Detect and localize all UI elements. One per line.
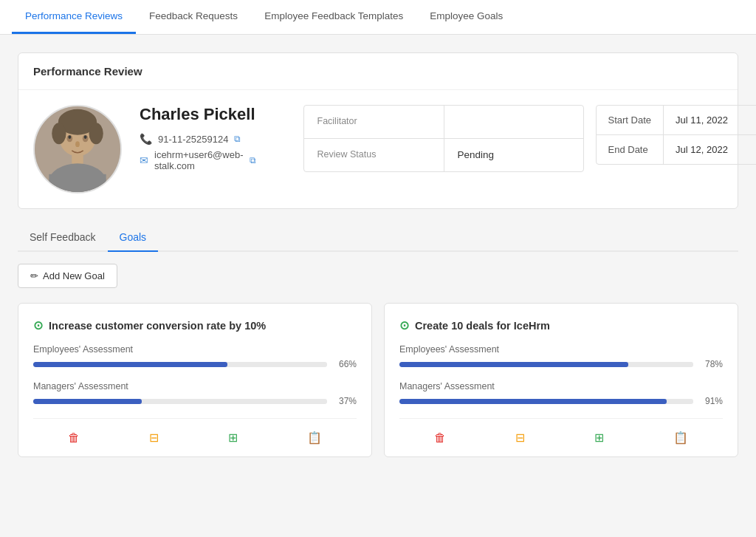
goal-2-managers-pct: 91% — [699, 396, 723, 406]
goal-1-employees-progress-fill — [33, 362, 227, 367]
goal-1-title-row: ⊙ Increase customer conversion rate by 1… — [33, 318, 357, 332]
facilitator-value-cell — [444, 106, 583, 139]
end-date-label: End Date — [597, 135, 664, 164]
goal-2-managers-progress-row: 91% — [399, 396, 723, 406]
goal-card-2: ⊙ Create 10 deals for IceHrm Employees' … — [384, 303, 738, 457]
goal-2-title-row: ⊙ Create 10 deals for IceHrm — [399, 318, 723, 332]
svg-point-3 — [52, 123, 66, 144]
copy-phone-icon[interactable]: ⧉ — [234, 134, 241, 144]
goal-1-minus-button[interactable]: ⊟ — [143, 428, 165, 448]
profile-name: Charles Pickell — [140, 105, 256, 124]
goal-1-managers-progress-fill — [33, 399, 142, 404]
goal-2-title: Create 10 deals for IceHrm — [415, 320, 550, 332]
goal-2-employees-progress-bar — [399, 362, 693, 367]
svg-point-4 — [89, 123, 103, 144]
tab-goals[interactable]: Goals — [108, 224, 159, 252]
profile-email: ✉ icehrm+user6@web-stalk.com ⧉ — [140, 149, 256, 171]
goal-1-copy-button[interactable]: 📋 — [301, 428, 328, 448]
goal-2-delete-button[interactable]: 🗑 — [428, 428, 452, 448]
svg-point-9 — [75, 141, 80, 147]
goal-2-employees-pct: 78% — [699, 359, 723, 369]
goal-2-employees-assessment-label: Employees' Assessment — [399, 344, 723, 355]
goal-1-employees-pct: 66% — [333, 359, 357, 369]
add-new-goal-button[interactable]: ✏ Add New Goal — [18, 264, 117, 288]
goal-2-plus-button[interactable]: ⊞ — [588, 428, 610, 448]
goal-1-employees-progress-bar — [33, 362, 327, 367]
tab-self-feedback[interactable]: Self Feedback — [18, 224, 108, 252]
goal-2-minus-button[interactable]: ⊟ — [509, 428, 531, 448]
goal-1-plus-button[interactable]: ⊞ — [222, 428, 244, 448]
avatar — [33, 105, 122, 194]
svg-rect-12 — [49, 174, 106, 192]
goal-2-employees-progress-fill — [399, 362, 628, 367]
profile-section: Charles Pickell 📞 91-11-25259124 ⧉ ✉ ice… — [33, 105, 723, 194]
start-date-label: Start Date — [597, 106, 664, 135]
start-date-value: Jul 11, 2022 — [663, 106, 756, 135]
goal-1-employees-progress-row: 66% — [33, 359, 357, 369]
review-status-label-cell: Review Status — [304, 139, 444, 171]
goal-1-employees-assessment-label: Employees' Assessment — [33, 344, 357, 355]
email-icon: ✉ — [140, 154, 148, 166]
card-header: Performance Review — [18, 53, 738, 90]
goal-1-managers-progress-row: 37% — [33, 396, 357, 406]
goal-1-delete-button[interactable]: 🗑 — [62, 428, 86, 448]
goal-2-employees-progress-row: 78% — [399, 359, 723, 369]
tab-employee-feedback-templates[interactable]: Employee Feedback Templates — [251, 0, 416, 34]
facilitator-label: Facilitator — [317, 116, 430, 126]
goal-2-status-icon: ⊙ — [399, 318, 409, 332]
goal-2-managers-progress-fill — [399, 399, 667, 404]
tab-employee-goals[interactable]: Employee Goals — [416, 0, 516, 34]
tab-performance-reviews[interactable]: Performance Reviews — [12, 0, 136, 34]
review-status-value-cell: Pending — [444, 139, 583, 171]
goal-2-managers-progress-bar — [399, 399, 693, 404]
profile-info: Charles Pickell 📞 91-11-25259124 ⧉ ✉ ice… — [140, 105, 256, 176]
tab-feedback-requests[interactable]: Feedback Requests — [136, 0, 251, 34]
pencil-icon: ✏ — [30, 270, 38, 281]
review-status-label: Review Status — [317, 149, 430, 160]
goal-1-managers-progress-bar — [33, 399, 327, 404]
svg-point-8 — [84, 135, 87, 139]
card-title: Performance Review — [33, 65, 142, 78]
end-date-value: Jul 12, 2022 — [663, 135, 756, 164]
goal-1-managers-pct: 37% — [333, 396, 357, 406]
performance-review-card: Performance Review — [18, 52, 738, 209]
page-content: Performance Review — [0, 35, 756, 475]
review-status-value: Pending — [458, 149, 570, 160]
combined-info: Facilitator Review Status Pending — [303, 105, 757, 172]
goal-1-status-icon: ⊙ — [33, 318, 43, 332]
facilitator-label-cell: Facilitator — [304, 106, 444, 139]
goal-2-managers-assessment-label: Managers' Assessment — [399, 381, 723, 391]
goals-grid: ⊙ Increase customer conversion rate by 1… — [18, 303, 738, 457]
top-navigation: Performance Reviews Feedback Requests Em… — [0, 0, 756, 35]
phone-icon: 📞 — [140, 133, 152, 145]
profile-phone: 📞 91-11-25259124 ⧉ — [140, 133, 256, 145]
goal-1-title: Increase customer conversion rate by 10% — [49, 320, 266, 332]
goal-card-1: ⊙ Increase customer conversion rate by 1… — [18, 303, 372, 457]
feedback-tabs: Self Feedback Goals — [18, 224, 738, 252]
goal-2-actions: 🗑 ⊟ ⊞ 📋 — [399, 418, 723, 456]
svg-point-7 — [68, 135, 71, 139]
review-info-grid: Facilitator Review Status Pending — [303, 105, 584, 172]
dates-grid: Start Date Jul 11, 2022 End Date Jul 12,… — [596, 105, 757, 165]
add-goal-label: Add New Goal — [43, 270, 105, 281]
copy-email-icon[interactable]: ⧉ — [250, 155, 256, 165]
goal-1-actions: 🗑 ⊟ ⊞ 📋 — [33, 418, 357, 456]
goal-1-managers-assessment-label: Managers' Assessment — [33, 381, 357, 391]
card-body: Charles Pickell 📞 91-11-25259124 ⧉ ✉ ice… — [18, 90, 738, 208]
goal-2-copy-button[interactable]: 📋 — [667, 428, 694, 448]
